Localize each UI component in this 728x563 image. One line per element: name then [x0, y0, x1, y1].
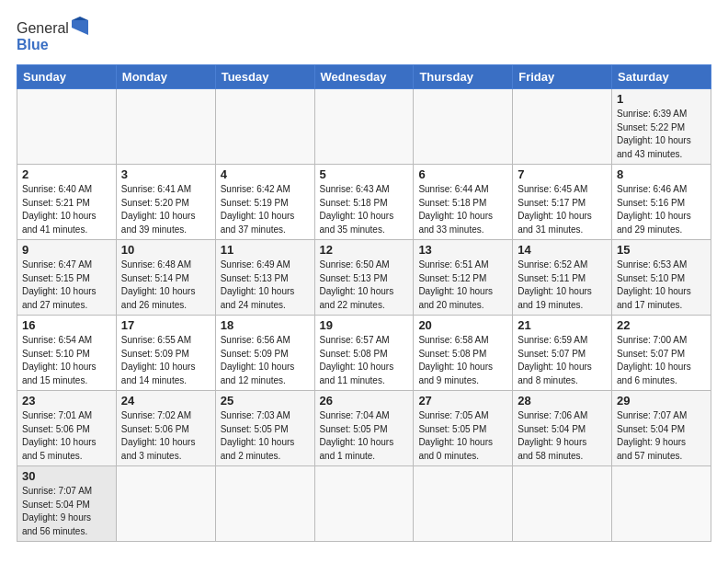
- day-number: 27: [418, 394, 507, 408]
- calendar-cell: [414, 89, 513, 165]
- calendar-cell: 2Sunrise: 6:40 AM Sunset: 5:21 PM Daylig…: [17, 165, 117, 240]
- week-row-1: 1Sunrise: 6:39 AM Sunset: 5:22 PM Daylig…: [17, 89, 711, 165]
- day-number: 14: [518, 243, 607, 257]
- day-info: Sunrise: 6:57 AM Sunset: 5:08 PM Dayligh…: [320, 334, 409, 387]
- calendar-cell: 18Sunrise: 6:56 AM Sunset: 5:09 PM Dayli…: [215, 316, 314, 391]
- day-number: 19: [320, 318, 409, 332]
- weekday-header-tuesday: Tuesday: [215, 65, 314, 89]
- day-info: Sunrise: 7:05 AM Sunset: 5:05 PM Dayligh…: [418, 409, 507, 463]
- calendar-cell: 25Sunrise: 7:03 AM Sunset: 5:05 PM Dayli…: [215, 391, 314, 466]
- day-info: Sunrise: 6:48 AM Sunset: 5:14 PM Dayligh…: [121, 259, 210, 312]
- day-number: 20: [418, 318, 507, 332]
- day-info: Sunrise: 7:07 AM Sunset: 5:04 PM Dayligh…: [22, 485, 111, 538]
- day-number: 23: [22, 394, 111, 408]
- calendar-cell: 14Sunrise: 6:52 AM Sunset: 5:11 PM Dayli…: [513, 240, 612, 316]
- day-info: Sunrise: 6:52 AM Sunset: 5:11 PM Dayligh…: [518, 259, 607, 312]
- week-row-4: 16Sunrise: 6:54 AM Sunset: 5:10 PM Dayli…: [17, 316, 711, 391]
- day-number: 24: [121, 394, 210, 408]
- day-info: Sunrise: 6:42 AM Sunset: 5:19 PM Dayligh…: [221, 183, 310, 236]
- calendar-cell: 9Sunrise: 6:47 AM Sunset: 5:15 PM Daylig…: [17, 240, 117, 316]
- day-number: 3: [121, 167, 210, 181]
- calendar-cell: 21Sunrise: 6:59 AM Sunset: 5:07 PM Dayli…: [513, 316, 612, 391]
- logo: GeneralBlue: [17, 17, 90, 57]
- day-number: 25: [221, 394, 310, 408]
- day-info: Sunrise: 6:41 AM Sunset: 5:20 PM Dayligh…: [121, 183, 210, 236]
- day-number: 5: [320, 167, 409, 181]
- day-info: Sunrise: 7:01 AM Sunset: 5:06 PM Dayligh…: [22, 409, 111, 463]
- calendar-cell: 5Sunrise: 6:43 AM Sunset: 5:18 PM Daylig…: [314, 165, 414, 240]
- day-info: Sunrise: 7:04 AM Sunset: 5:05 PM Dayligh…: [320, 409, 409, 463]
- calendar-cell: 4Sunrise: 6:42 AM Sunset: 5:19 PM Daylig…: [215, 165, 314, 240]
- page: GeneralBlue SundayMondayTuesdayWednesday…: [0, 0, 728, 551]
- day-info: Sunrise: 6:56 AM Sunset: 5:09 PM Dayligh…: [221, 334, 310, 387]
- calendar-cell: 30Sunrise: 7:07 AM Sunset: 5:04 PM Dayli…: [17, 466, 117, 542]
- calendar-cell: 8Sunrise: 6:46 AM Sunset: 5:16 PM Daylig…: [612, 165, 711, 240]
- calendar-cell: 17Sunrise: 6:55 AM Sunset: 5:09 PM Dayli…: [116, 316, 215, 391]
- calendar-cell: [116, 466, 215, 542]
- weekday-header-sunday: Sunday: [17, 65, 117, 89]
- day-info: Sunrise: 6:46 AM Sunset: 5:16 PM Dayligh…: [617, 183, 706, 236]
- day-info: Sunrise: 6:50 AM Sunset: 5:13 PM Dayligh…: [320, 259, 409, 312]
- day-info: Sunrise: 6:55 AM Sunset: 5:09 PM Dayligh…: [121, 334, 210, 387]
- calendar-cell: 11Sunrise: 6:49 AM Sunset: 5:13 PM Dayli…: [215, 240, 314, 316]
- day-info: Sunrise: 6:53 AM Sunset: 5:10 PM Dayligh…: [617, 259, 706, 312]
- day-number: 11: [221, 243, 310, 257]
- day-number: 17: [121, 318, 210, 332]
- svg-marker-2: [72, 20, 88, 35]
- svg-text:General: General: [17, 20, 69, 36]
- day-info: Sunrise: 6:39 AM Sunset: 5:22 PM Dayligh…: [617, 108, 706, 161]
- day-info: Sunrise: 6:44 AM Sunset: 5:18 PM Dayligh…: [418, 183, 507, 236]
- calendar-cell: [17, 89, 117, 165]
- calendar-cell: 15Sunrise: 6:53 AM Sunset: 5:10 PM Dayli…: [612, 240, 711, 316]
- day-number: 16: [22, 318, 111, 332]
- day-number: 18: [221, 318, 310, 332]
- day-number: 1: [617, 92, 706, 106]
- week-row-3: 9Sunrise: 6:47 AM Sunset: 5:15 PM Daylig…: [17, 240, 711, 316]
- weekday-header-thursday: Thursday: [414, 65, 513, 89]
- svg-marker-3: [72, 17, 88, 20]
- day-info: Sunrise: 6:49 AM Sunset: 5:13 PM Dayligh…: [221, 259, 310, 312]
- calendar-cell: 6Sunrise: 6:44 AM Sunset: 5:18 PM Daylig…: [414, 165, 513, 240]
- day-number: 22: [617, 318, 706, 332]
- calendar-cell: [314, 466, 414, 542]
- day-number: 29: [617, 394, 706, 408]
- day-info: Sunrise: 6:47 AM Sunset: 5:15 PM Dayligh…: [22, 259, 111, 312]
- calendar-cell: 7Sunrise: 6:45 AM Sunset: 5:17 PM Daylig…: [513, 165, 612, 240]
- day-info: Sunrise: 6:58 AM Sunset: 5:08 PM Dayligh…: [418, 334, 507, 387]
- day-number: 21: [518, 318, 607, 332]
- day-number: 28: [518, 394, 607, 408]
- calendar-cell: [513, 89, 612, 165]
- calendar-cell: [215, 89, 314, 165]
- calendar-cell: [612, 466, 711, 542]
- calendar-cell: 3Sunrise: 6:41 AM Sunset: 5:20 PM Daylig…: [116, 165, 215, 240]
- svg-text:Blue: Blue: [17, 37, 49, 52]
- header: GeneralBlue: [17, 17, 711, 57]
- day-number: 13: [418, 243, 507, 257]
- day-number: 15: [617, 243, 706, 257]
- weekday-header-saturday: Saturday: [612, 65, 711, 89]
- weekday-header-row: SundayMondayTuesdayWednesdayThursdayFrid…: [17, 65, 711, 89]
- day-info: Sunrise: 7:00 AM Sunset: 5:07 PM Dayligh…: [617, 334, 706, 387]
- calendar-cell: [215, 466, 314, 542]
- calendar-cell: [116, 89, 215, 165]
- calendar-cell: 19Sunrise: 6:57 AM Sunset: 5:08 PM Dayli…: [314, 316, 414, 391]
- day-info: Sunrise: 7:07 AM Sunset: 5:04 PM Dayligh…: [617, 409, 706, 463]
- calendar-cell: 10Sunrise: 6:48 AM Sunset: 5:14 PM Dayli…: [116, 240, 215, 316]
- calendar-cell: 20Sunrise: 6:58 AM Sunset: 5:08 PM Dayli…: [414, 316, 513, 391]
- day-info: Sunrise: 7:02 AM Sunset: 5:06 PM Dayligh…: [121, 409, 210, 463]
- calendar-cell: 12Sunrise: 6:50 AM Sunset: 5:13 PM Dayli…: [314, 240, 414, 316]
- calendar-cell: 13Sunrise: 6:51 AM Sunset: 5:12 PM Dayli…: [414, 240, 513, 316]
- day-number: 7: [518, 167, 607, 181]
- day-number: 12: [320, 243, 409, 257]
- calendar: SundayMondayTuesdayWednesdayThursdayFrid…: [17, 64, 711, 542]
- calendar-cell: 16Sunrise: 6:54 AM Sunset: 5:10 PM Dayli…: [17, 316, 117, 391]
- day-number: 10: [121, 243, 210, 257]
- weekday-header-friday: Friday: [513, 65, 612, 89]
- calendar-cell: 23Sunrise: 7:01 AM Sunset: 5:06 PM Dayli…: [17, 391, 117, 466]
- day-number: 8: [617, 167, 706, 181]
- day-number: 9: [22, 243, 111, 257]
- day-number: 30: [22, 469, 111, 483]
- weekday-header-monday: Monday: [116, 65, 215, 89]
- calendar-cell: 22Sunrise: 7:00 AM Sunset: 5:07 PM Dayli…: [612, 316, 711, 391]
- day-number: 6: [418, 167, 507, 181]
